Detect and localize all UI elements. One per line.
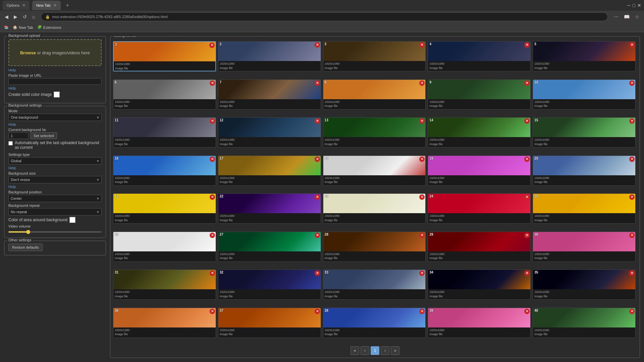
bg-thumb-close-17[interactable]: ✕: [315, 157, 320, 162]
bg-thumb-18[interactable]: 18 ✕ 644x362 Image file Move Preview: [323, 156, 426, 186]
bg-thumb-close-9[interactable]: ✕: [524, 80, 530, 86]
bg-thumb-36[interactable]: 36 ✕ 644x362 Image file Move Preview: [113, 308, 216, 338]
bg-thumb-close-16[interactable]: ✕: [210, 157, 215, 162]
bg-thumb-close-35[interactable]: ✕: [629, 270, 635, 276]
bg-thumb-close-12[interactable]: ✕: [315, 118, 320, 124]
close-button[interactable]: ✕: [637, 3, 641, 8]
current-bg-input[interactable]: [8, 132, 29, 139]
bg-thumb-close-6[interactable]: ✕: [210, 80, 215, 86]
bg-thumb-28[interactable]: 28 ✕ 644x362 Image file Move Preview: [323, 232, 426, 262]
reload-button[interactable]: ↺: [21, 13, 29, 21]
color-area-swatch[interactable]: [69, 217, 75, 223]
bg-thumb-15[interactable]: 15 ✕ 644x362 Image file Move Preview: [533, 117, 636, 147]
bg-thumb-37[interactable]: 37 ✕ 644x362 Image file Move Preview: [218, 308, 321, 338]
bg-thumb-29[interactable]: 29 ✕ 644x362 Image file Move Preview: [428, 232, 531, 262]
page-next-button[interactable]: ›: [381, 346, 389, 355]
menu-button[interactable]: ⋯: [612, 13, 621, 21]
bg-thumb-close-22[interactable]: ✕: [315, 194, 320, 200]
bg-thumb-close-40[interactable]: ✕: [629, 309, 635, 314]
home-button[interactable]: ⌂: [30, 13, 37, 21]
bg-thumb-22[interactable]: 22 ✕ 644x362 Image file Move Preview: [218, 193, 321, 224]
page-first-button[interactable]: «: [351, 346, 359, 355]
bg-thumb-1[interactable]: 1 ✕ 644x362 Image file Move Preview: [113, 41, 216, 71]
bg-thumb-close-7[interactable]: ✕: [315, 80, 320, 86]
bg-thumb-32[interactable]: 32 ✕ 644x362 Image file Move Preview: [218, 269, 321, 300]
bg-thumb-close-27[interactable]: ✕: [315, 233, 320, 238]
paste-help-link[interactable]: Help: [8, 86, 102, 90]
bg-thumb-23[interactable]: 23 ✕ 644x362 Image file Move Preview: [323, 193, 426, 224]
new-tab-button[interactable]: +: [63, 2, 72, 8]
restore-defaults-button[interactable]: Restore defaults: [8, 244, 43, 251]
settings-type-select[interactable]: Global Per page: [8, 157, 102, 165]
paste-input[interactable]: [8, 78, 102, 85]
bg-thumb-30[interactable]: 30 ✕ 644x362 Image file Move Preview: [533, 232, 636, 262]
bg-thumb-38[interactable]: 38 ✕ 644x362 Image file Move Preview: [323, 308, 426, 338]
bg-thumb-close-2[interactable]: ✕: [315, 42, 320, 48]
bg-thumb-close-37[interactable]: ✕: [315, 309, 320, 314]
bg-thumb-39[interactable]: 39 ✕ 644x362 Image file Move Preview: [428, 308, 531, 338]
bg-thumb-2[interactable]: 2 ✕ 644x362 Image file Move Preview: [218, 41, 321, 71]
bg-thumb-13[interactable]: 13 ✕ 644x362 Image file Move Preview: [323, 117, 426, 147]
bg-thumb-27[interactable]: 27 ✕ 644x362 Image file Move Preview: [218, 232, 321, 262]
tab-newtab[interactable]: New Tab ✕: [32, 1, 61, 10]
settings-help-link[interactable]: Help: [8, 122, 102, 126]
address-bar[interactable]: 🔒 moz-extension://92fe9025-27fb-4292-af6…: [41, 12, 608, 21]
bg-thumb-close-32[interactable]: ✕: [315, 270, 320, 276]
auto-set-checkbox[interactable]: [8, 141, 13, 145]
bg-thumb-33[interactable]: 33 ✕ 644x362 Image file Move Preview: [323, 269, 426, 300]
tab-options-close[interactable]: ✕: [22, 3, 25, 8]
bg-thumb-close-38[interactable]: ✕: [419, 309, 425, 314]
bg-thumb-17[interactable]: 17 ✕ 644x362 Image file Move Preview: [218, 156, 321, 186]
browse-link[interactable]: Browse: [20, 50, 36, 55]
bg-thumb-close-21[interactable]: ✕: [210, 194, 215, 200]
bg-thumb-close-26[interactable]: ✕: [210, 233, 215, 238]
bg-position-select[interactable]: Center Top Bottom: [8, 195, 102, 202]
bg-thumb-close-30[interactable]: ✕: [629, 233, 635, 238]
bg-repeat-select[interactable]: No repeat Repeat Repeat X Repeat Y: [8, 208, 102, 216]
bg-thumb-14[interactable]: 14 ✕ 644x362 Image file Move Preview: [428, 117, 531, 147]
set-selected-button[interactable]: Set selected: [31, 132, 57, 139]
bg-thumb-close-11[interactable]: ✕: [210, 118, 215, 124]
bg-thumb-close-20[interactable]: ✕: [629, 157, 635, 162]
bg-thumb-close-19[interactable]: ✕: [524, 157, 530, 162]
bg-thumb-close-15[interactable]: ✕: [629, 118, 635, 124]
bg-thumb-close-25[interactable]: ✕: [629, 194, 635, 200]
bg-thumb-close-1[interactable]: ✕: [209, 43, 215, 48]
bg-thumb-close-31[interactable]: ✕: [210, 270, 215, 276]
back-button[interactable]: ◀: [3, 13, 10, 21]
page-1-button[interactable]: 1: [371, 346, 379, 355]
bg-thumb-close-8[interactable]: ✕: [419, 80, 425, 86]
bg-thumb-6[interactable]: 6 ✕ 644x362 Image file Move Preview: [113, 79, 216, 110]
forward-button[interactable]: ▶: [12, 13, 19, 21]
bg-thumb-10[interactable]: 10 ✕ 644x362 Image file Move Preview: [533, 79, 636, 110]
bg-thumb-9[interactable]: 9 ✕ 644x362 Image file Move Preview: [428, 79, 531, 110]
bg-thumb-4[interactable]: 4 ✕ 644x362 Image file Move Preview: [428, 41, 531, 71]
bg-thumb-11[interactable]: 11 ✕ 644x362 Image file Move Preview: [113, 117, 216, 147]
bg-thumb-31[interactable]: 31 ✕ 644x362 Image file Move Preview: [113, 269, 216, 300]
bookmark-nwetab[interactable]: 🏠 Nwe Tab: [13, 25, 33, 29]
bg-size-select[interactable]: Don't resize Cover Contain: [8, 176, 102, 183]
bg-thumb-close-5[interactable]: ✕: [629, 42, 635, 48]
bg-thumb-close-28[interactable]: ✕: [419, 233, 425, 238]
video-volume-slider[interactable]: [8, 231, 102, 233]
upload-help-link[interactable]: Help: [8, 68, 102, 72]
bg-thumb-12[interactable]: 12 ✕ 644x362 Image file Move Preview: [218, 117, 321, 147]
mode-select[interactable]: One background Slideshow Random: [8, 114, 102, 121]
bg-thumb-5[interactable]: 5 ✕ 644x362 Image file Move Preview: [533, 41, 636, 71]
bg-thumb-21[interactable]: 21 ✕ 644x362 Image file Move Preview: [113, 193, 216, 224]
bg-thumb-close-18[interactable]: ✕: [419, 157, 425, 162]
tab-options[interactable]: Options ✕: [3, 1, 30, 10]
bg-thumb-19[interactable]: 19 ✕ 644x362 Image file Move Preview: [428, 156, 531, 186]
bookmark-button[interactable]: ☆: [633, 13, 641, 21]
maximize-button[interactable]: □: [633, 3, 635, 8]
bg-thumb-close-29[interactable]: ✕: [524, 233, 530, 238]
bg-thumb-40[interactable]: 40 ✕ 644x362 Image file Move Preview: [533, 308, 636, 338]
upload-dropzone[interactable]: Browse or drag images/videos here: [8, 39, 102, 66]
bg-thumb-24[interactable]: 24 ✕ 644x362 Image file Move Preview: [428, 193, 531, 224]
bookmark-extensions[interactable]: 🧩 Extensions: [37, 25, 61, 29]
bg-thumb-26[interactable]: 26 ✕ 644x362 Image file Move Preview: [113, 232, 216, 262]
minimize-button[interactable]: ─: [627, 3, 631, 8]
settings-type-help-link[interactable]: Help: [8, 166, 102, 170]
bg-thumb-34[interactable]: 34 ✕ 644x362 Image file Move Preview: [428, 269, 531, 300]
bg-thumb-25[interactable]: 25 ✕ 644x362 Image file Move Preview: [533, 193, 636, 224]
